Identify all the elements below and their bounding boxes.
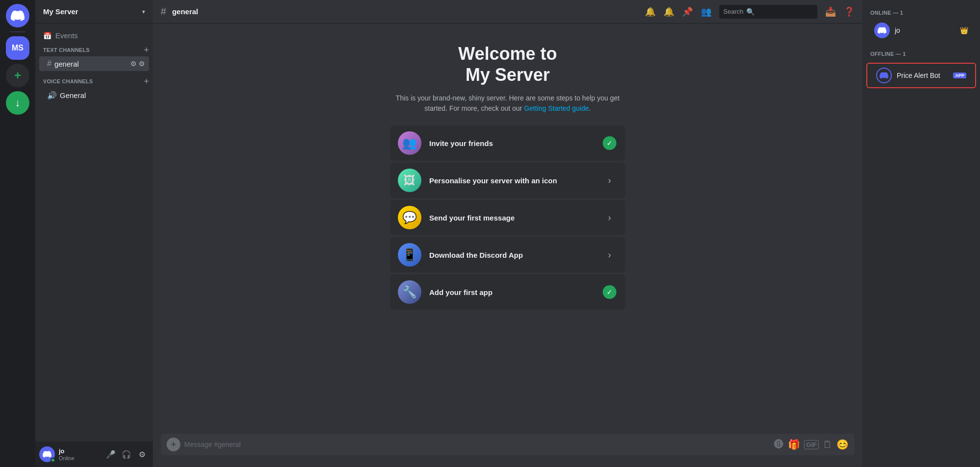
members-sidebar: ONLINE — 1 jo 👑 OFFLINE — 1 Price Alert … xyxy=(862,0,980,467)
task-invite-check: ✓ xyxy=(603,136,616,150)
task-personalise-label: Personalise your server with an icon xyxy=(429,176,594,185)
add-server-button[interactable]: + xyxy=(6,64,29,87)
member-bot-name: Price Alert Bot xyxy=(897,72,948,79)
highlighted-member-container: Price Alert Bot APP xyxy=(866,63,976,88)
add-text-channel-button[interactable]: + xyxy=(144,46,149,54)
channel-general[interactable]: # general ⚙ ⚙ xyxy=(39,56,149,71)
task-download-app[interactable]: 📱 Download the Discord App › xyxy=(390,237,625,272)
channel-general-voice[interactable]: 🔊 General xyxy=(39,88,149,103)
offline-section-header: OFFLINE — 1 xyxy=(862,49,980,61)
task-download-action: › xyxy=(602,247,617,263)
text-channels-section: TEXT CHANNELS + # general ⚙ ⚙ xyxy=(35,44,153,71)
user-status: Online xyxy=(59,455,100,461)
task-message-chevron: › xyxy=(608,213,611,223)
online-section-header: ONLINE — 1 xyxy=(862,8,980,20)
sticker-icon[interactable]: 🗒 xyxy=(823,439,833,450)
task-add-app[interactable]: 🔧 Add your first app ✓ xyxy=(390,274,625,310)
task-add-app-action: ✓ xyxy=(602,284,617,300)
task-invite-friends[interactable]: 👥 Invite your friends ✓ xyxy=(390,125,625,161)
task-add-app-check: ✓ xyxy=(603,285,616,299)
members-icon[interactable]: 👥 xyxy=(701,6,711,17)
channel-header: # general 🔔 🔔 📌 👥 Search 🔍 📥 ❓ xyxy=(153,0,862,24)
message-input-area: + Message #general 🅖 🎁 GIF 🗒 😊 xyxy=(153,434,862,467)
grammar-icon[interactable]: 🅖 xyxy=(774,439,784,450)
channel-settings-icon[interactable]: ⚙ xyxy=(130,60,137,68)
pin-icon[interactable]: 📌 xyxy=(682,6,693,17)
welcome-area: Welcome toMy Server This is your brand-n… xyxy=(153,24,862,434)
message-input-box: + Message #general 🅖 🎁 GIF 🗒 😊 xyxy=(161,434,855,455)
user-avatar xyxy=(39,446,55,462)
server-sidebar: MS + ↓ xyxy=(0,0,35,467)
task-personalise[interactable]: 🖼 Personalise your server with an icon › xyxy=(390,163,625,198)
text-channels-header[interactable]: TEXT CHANNELS + xyxy=(35,44,153,56)
task-list: 👥 Invite your friends ✓ 🖼 Personalise yo… xyxy=(390,125,625,310)
task-download-label: Download the Discord App xyxy=(429,251,594,259)
channel-list: 📅 Events TEXT CHANNELS + # general ⚙ ⚙ V… xyxy=(35,24,153,442)
getting-started-link[interactable]: Getting Started guide xyxy=(524,104,588,112)
message-input[interactable]: Message #general xyxy=(184,441,770,448)
mute-channel-icon[interactable]: 🔔 xyxy=(645,6,656,17)
task-message-icon: 💬 xyxy=(398,206,421,229)
channel-general-actions: ⚙ ⚙ xyxy=(130,60,145,68)
task-send-message[interactable]: 💬 Send your first message › xyxy=(390,200,625,235)
help-icon[interactable]: ❓ xyxy=(844,6,855,17)
events-item[interactable]: 📅 Events xyxy=(35,27,153,44)
server-divider xyxy=(10,31,25,32)
crown-icon: 👑 xyxy=(960,26,968,34)
task-message-label: Send your first message xyxy=(429,214,594,222)
channel-general-voice-name: General xyxy=(60,91,145,99)
discord-home-icon[interactable] xyxy=(6,4,29,27)
voice-channels-section: VOICE CHANNELS + 🔊 General xyxy=(35,75,153,103)
member-jo-avatar xyxy=(874,23,890,38)
task-personalise-action: › xyxy=(602,172,617,188)
search-icon: 🔍 xyxy=(746,8,755,16)
inbox-icon[interactable]: 📥 xyxy=(825,6,836,17)
user-controls: 🎤 🎧 ⚙ xyxy=(104,447,149,461)
channel-header-actions: 🔔 🔔 📌 👥 Search 🔍 📥 ❓ xyxy=(645,5,855,19)
welcome-container: Welcome toMy Server This is your brand-n… xyxy=(390,43,625,310)
server-icon-ms[interactable]: MS xyxy=(6,36,29,60)
channel-user-settings-icon[interactable]: ⚙ xyxy=(139,60,145,68)
server-name: My Server xyxy=(43,7,78,16)
member-bot-avatar xyxy=(876,68,892,83)
user-panel: jo Online 🎤 🎧 ⚙ xyxy=(35,442,153,467)
server-icon-green[interactable]: ↓ xyxy=(6,91,29,115)
gif-icon[interactable]: GIF xyxy=(804,440,819,449)
task-message-action: › xyxy=(602,210,617,225)
task-invite-action: ✓ xyxy=(602,135,617,151)
task-invite-icon: 👥 xyxy=(398,131,421,155)
user-settings-button[interactable]: ⚙ xyxy=(135,447,149,461)
welcome-subtitle: This is your brand-new, shiny server. He… xyxy=(390,93,625,114)
server-header[interactable]: My Server ▾ xyxy=(35,0,153,24)
online-status-dot xyxy=(50,458,55,463)
search-box[interactable]: Search 🔍 xyxy=(719,5,817,19)
message-add-button[interactable]: + xyxy=(167,438,180,451)
notification-bell-icon[interactable]: 🔔 xyxy=(663,6,674,17)
task-personalise-icon: 🖼 xyxy=(398,169,421,192)
task-add-app-icon: 🔧 xyxy=(398,280,421,304)
task-add-app-label: Add your first app xyxy=(429,288,594,296)
voice-speaker-icon: 🔊 xyxy=(47,91,57,100)
channel-header-hash-icon: # xyxy=(161,6,166,17)
emoji-icon[interactable]: 😊 xyxy=(836,439,849,450)
text-channels-label: TEXT CHANNELS xyxy=(43,47,90,53)
user-info: jo Online xyxy=(59,447,100,461)
deafen-button[interactable]: 🎧 xyxy=(120,447,133,461)
server-chevron-icon: ▾ xyxy=(142,8,145,15)
member-jo[interactable]: jo 👑 xyxy=(866,20,976,41)
mute-button[interactable]: 🎤 xyxy=(104,447,118,461)
channel-sidebar: My Server ▾ 📅 Events TEXT CHANNELS + # g… xyxy=(35,0,153,467)
channel-hash-icon: # xyxy=(47,59,51,68)
member-price-alert-bot[interactable]: Price Alert Bot APP xyxy=(868,65,974,86)
events-icon: 📅 xyxy=(43,32,51,40)
message-actions: 🅖 🎁 GIF 🗒 😊 xyxy=(774,439,849,450)
gift-icon[interactable]: 🎁 xyxy=(788,439,800,450)
voice-channels-label: VOICE CHANNELS xyxy=(43,78,93,84)
task-download-chevron: › xyxy=(608,250,611,260)
add-voice-channel-button[interactable]: + xyxy=(144,77,149,86)
welcome-title: Welcome toMy Server xyxy=(390,43,625,85)
voice-channels-header[interactable]: VOICE CHANNELS + xyxy=(35,75,153,88)
task-personalise-chevron: › xyxy=(608,175,611,186)
member-jo-name: jo xyxy=(895,26,955,34)
events-label: Events xyxy=(55,31,78,40)
